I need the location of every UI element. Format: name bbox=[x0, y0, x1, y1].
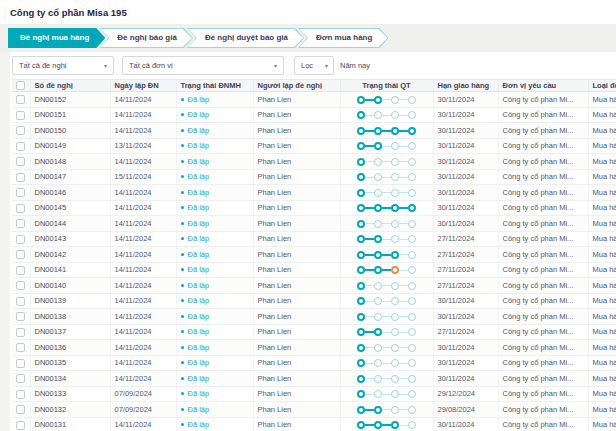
row-checkbox[interactable] bbox=[16, 390, 25, 399]
progress-connector bbox=[365, 394, 374, 395]
request-type-select[interactable]: Tất cả đề nghị ▾ bbox=[12, 56, 114, 75]
status-label: Đã lập bbox=[188, 296, 210, 305]
row-checkbox[interactable] bbox=[16, 281, 25, 290]
status-label: Đã lập bbox=[188, 126, 210, 135]
filter-button-label: Lọc bbox=[301, 61, 313, 70]
table-row[interactable]: DN00144 14/11/2024 Đã lập Phan Lien 30/1… bbox=[12, 216, 616, 232]
column-header-don-vi-yeu-cau[interactable]: Đơn vị yêu cầu bbox=[498, 80, 588, 92]
requesting-unit-cell: Công ty cổ phần Mi... bbox=[498, 92, 588, 108]
row-checkbox[interactable] bbox=[16, 142, 25, 151]
process-status-cell bbox=[340, 169, 433, 185]
row-checkbox[interactable] bbox=[16, 188, 25, 197]
process-status-cell bbox=[340, 154, 433, 170]
column-header-loai-de-nghi[interactable]: Loại đề bbox=[588, 80, 616, 92]
table-row[interactable]: DN00142 14/11/2024 Đã lập Phan Lien 27/1… bbox=[12, 247, 616, 263]
column-header-so-de-nghi[interactable]: Số đề nghị bbox=[30, 80, 110, 92]
row-checkbox[interactable] bbox=[16, 421, 25, 430]
column-header-trang-thai-dnmh[interactable]: Trạng thái ĐNMH bbox=[176, 80, 253, 92]
row-checkbox[interactable] bbox=[16, 235, 25, 244]
table-row[interactable]: DN00140 14/11/2024 Đã lập Phan Lien 27/1… bbox=[12, 278, 616, 294]
table-row[interactable]: DN00133 07/09/2024 Đã lập Phan Lien 29/1… bbox=[12, 386, 616, 402]
progress-connector bbox=[382, 316, 391, 317]
table-row[interactable]: DN00143 14/11/2024 Đã lập Phan Lien 27/1… bbox=[12, 231, 616, 247]
progress-step-4 bbox=[408, 127, 416, 135]
table-row[interactable]: DN00137 14/11/2024 Đã lập Phan Lien 27/1… bbox=[12, 324, 616, 340]
request-id-cell: DN00136 bbox=[30, 340, 110, 356]
progress-step-3 bbox=[391, 220, 399, 228]
request-type-cell: Mua hà bbox=[588, 123, 616, 139]
row-checkbox-cell bbox=[12, 247, 30, 263]
row-checkbox[interactable] bbox=[16, 266, 25, 275]
request-status-cell: Đã lập bbox=[176, 371, 253, 387]
progress-step-1 bbox=[357, 220, 365, 228]
progress-step-1 bbox=[357, 235, 365, 243]
row-checkbox[interactable] bbox=[16, 126, 25, 135]
row-checkbox[interactable] bbox=[16, 250, 25, 259]
tab-label: Đề nghị duyệt báo giá bbox=[205, 33, 288, 42]
table-row[interactable]: DN00134 14/11/2024 Đã lập Phan Lien 30/1… bbox=[12, 371, 616, 387]
row-checkbox[interactable] bbox=[16, 405, 25, 414]
row-checkbox[interactable] bbox=[16, 343, 25, 352]
table-row[interactable]: DN00148 14/11/2024 Đã lập Phan Lien 30/1… bbox=[12, 154, 616, 170]
progress-indicator bbox=[357, 235, 416, 243]
progress-connector bbox=[382, 424, 391, 426]
process-status-cell bbox=[340, 293, 433, 309]
due-date-cell: 30/11/2024 bbox=[433, 169, 498, 185]
period-select[interactable]: Năm nay bbox=[340, 61, 370, 70]
creator-cell: Phan Lien bbox=[253, 200, 340, 216]
status-dot-icon bbox=[181, 98, 184, 101]
table-row[interactable]: DN00145 14/11/2024 Đã lập Phan Lien 30/1… bbox=[12, 200, 616, 216]
row-checkbox[interactable] bbox=[16, 359, 25, 368]
table-row[interactable]: DN00146 14/11/2024 Đã lập Phan Lien 30/1… bbox=[12, 185, 616, 201]
table-row[interactable]: DN00132 07/09/2024 Đã lập Phan Lien 29/0… bbox=[12, 402, 616, 418]
tab-de-nghi-bao-gia[interactable]: Đề nghị báo giá bbox=[99, 28, 193, 48]
table-row[interactable]: DN00147 15/11/2024 Đã lập Phan Lien 30/1… bbox=[12, 169, 616, 185]
request-id-cell: DN00148 bbox=[30, 154, 110, 170]
table-row[interactable]: DN00135 14/11/2024 Đã lập Phan Lien 30/1… bbox=[12, 355, 616, 371]
creator-cell: Phan Lien bbox=[253, 123, 340, 139]
column-header-trang-thai-qt[interactable]: Trạng thái QT bbox=[340, 80, 433, 92]
column-header-nguoi-lap-de-nghi[interactable]: Người lập đề nghị bbox=[253, 80, 340, 92]
progress-connector bbox=[399, 207, 408, 209]
tab-de-nghi-duyet-bao-gia[interactable]: Đề nghị duyệt báo giá bbox=[187, 28, 304, 48]
tab-don-mua-hang[interactable]: Đơn mua hàng bbox=[298, 28, 388, 48]
row-checkbox[interactable] bbox=[16, 312, 25, 321]
table-row[interactable]: DN00149 13/11/2024 Đã lập Phan Lien 30/1… bbox=[12, 138, 616, 154]
column-header-han-giao-hang[interactable]: Hạn giao hàng bbox=[433, 80, 498, 92]
status-dot-icon bbox=[181, 330, 184, 333]
status-label: Đã lập bbox=[188, 234, 210, 243]
due-date-cell: 30/11/2024 bbox=[433, 123, 498, 139]
table-row[interactable]: DN00150 14/11/2024 Đã lập Phan Lien 30/1… bbox=[12, 123, 616, 139]
table-row[interactable]: DN00138 14/11/2024 Đã lập Phan Lien 30/1… bbox=[12, 309, 616, 325]
progress-step-4 bbox=[408, 251, 416, 259]
row-checkbox[interactable] bbox=[16, 204, 25, 213]
row-checkbox[interactable] bbox=[16, 111, 25, 120]
row-checkbox-cell bbox=[12, 293, 30, 309]
filter-button[interactable]: Lọc ▾ bbox=[294, 56, 334, 75]
table-row[interactable]: DN00152 14/11/2024 Đã lập Phan Lien 30/1… bbox=[12, 92, 616, 108]
select-all-checkbox[interactable] bbox=[16, 81, 25, 90]
row-checkbox[interactable] bbox=[16, 173, 25, 182]
table-row[interactable]: DN00131 14/11/2024 Đã lập Phan Lien 30/1… bbox=[12, 417, 616, 431]
row-checkbox[interactable] bbox=[16, 374, 25, 383]
created-date-cell: 07/09/2024 bbox=[110, 402, 176, 418]
progress-connector bbox=[399, 130, 408, 132]
progress-step-1 bbox=[357, 421, 365, 429]
created-date-cell: 14/11/2024 bbox=[110, 417, 176, 431]
tab-de-nghi-mua-hang[interactable]: Đề nghị mua hàng bbox=[8, 28, 105, 48]
table-row[interactable]: DN00139 14/11/2024 Đã lập Phan Lien 30/1… bbox=[12, 293, 616, 309]
column-header-ngay-lap-dn[interactable]: Ngày lập ĐN bbox=[110, 80, 176, 92]
progress-step-3 bbox=[391, 189, 399, 197]
row-checkbox[interactable] bbox=[16, 95, 25, 104]
row-checkbox[interactable] bbox=[16, 297, 25, 306]
status-dot-icon bbox=[181, 392, 184, 395]
table-row[interactable]: DN00136 14/11/2024 Đã lập Phan Lien 30/1… bbox=[12, 340, 616, 356]
unit-select[interactable]: Tất cả đơn vị ▾ bbox=[122, 56, 284, 75]
requesting-unit-cell: Công ty cổ phần Mi... bbox=[498, 107, 588, 123]
table-row[interactable]: DN00151 14/11/2024 Đã lập Phan Lien 30/1… bbox=[12, 107, 616, 123]
row-checkbox[interactable] bbox=[16, 219, 25, 228]
row-checkbox[interactable] bbox=[16, 328, 25, 337]
status-label: Đã lập bbox=[188, 141, 210, 150]
row-checkbox[interactable] bbox=[16, 157, 25, 166]
table-row[interactable]: DN00141 14/11/2024 Đã lập Phan Lien 27/1… bbox=[12, 262, 616, 278]
